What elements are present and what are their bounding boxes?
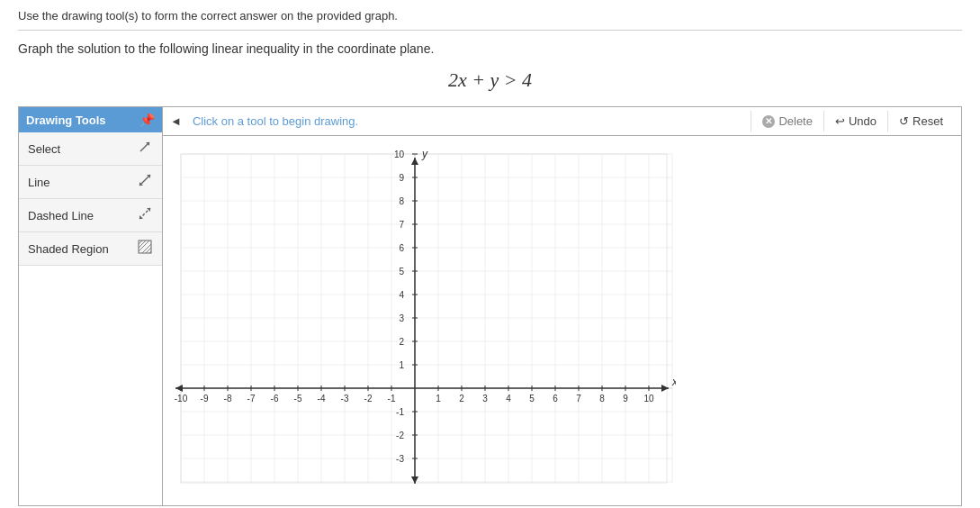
- svg-text:1: 1: [399, 360, 404, 370]
- coordinate-grid: -10 -9 -8 -7 -6 -5 -4 -3 -2 -1 1 2 3 4 5: [172, 145, 676, 496]
- svg-text:2: 2: [399, 337, 404, 347]
- svg-text:9: 9: [399, 173, 404, 183]
- main-area: Drawing Tools 📌 Select Line: [18, 106, 962, 506]
- graph-toolbar: ◄ Click on a tool to begin drawing. ✕ De…: [163, 107, 961, 136]
- shaded-region-icon: [137, 239, 153, 259]
- drawing-tools-header: Drawing Tools 📌: [19, 107, 162, 132]
- svg-text:4: 4: [506, 394, 511, 404]
- page-wrapper: Use the drawing tool(s) to form the corr…: [0, 0, 980, 508]
- reset-label: Reset: [913, 114, 943, 128]
- svg-text:5: 5: [529, 394, 535, 404]
- toolbar-hint: Click on a tool to begin drawing.: [189, 114, 751, 128]
- graph-container: ◄ Click on a tool to begin drawing. ✕ De…: [162, 106, 962, 506]
- instruction-text: Use the drawing tool(s) to form the corr…: [18, 9, 962, 31]
- graph-area[interactable]: -10 -9 -8 -7 -6 -5 -4 -3 -2 -1 1 2 3 4 5: [163, 136, 961, 505]
- svg-text:6: 6: [399, 243, 404, 253]
- undo-label: Undo: [849, 114, 877, 128]
- delete-label: Delete: [778, 114, 813, 128]
- svg-marker-7: [139, 215, 143, 219]
- shaded-region-label: Shaded Region: [28, 242, 109, 256]
- svg-rect-15: [181, 154, 667, 483]
- delete-button[interactable]: ✕ Delete: [751, 111, 823, 132]
- drawing-tools-title: Drawing Tools: [26, 113, 106, 127]
- svg-text:-3: -3: [341, 394, 349, 404]
- svg-text:5: 5: [399, 267, 404, 277]
- svg-line-9: [139, 240, 142, 244]
- drawing-tools-panel: Drawing Tools 📌 Select Line: [18, 106, 162, 506]
- svg-text:-10: -10: [175, 394, 188, 404]
- svg-text:-6: -6: [271, 394, 279, 404]
- svg-text:10: 10: [643, 394, 654, 404]
- svg-text:-1: -1: [396, 407, 404, 417]
- undo-button[interactable]: ↩ Undo: [823, 111, 887, 132]
- delete-icon: ✕: [762, 115, 775, 128]
- svg-text:-2: -2: [364, 394, 373, 404]
- svg-text:x: x: [671, 376, 676, 388]
- svg-text:1: 1: [436, 394, 441, 404]
- svg-text:3: 3: [482, 394, 488, 404]
- tool-dashed-line[interactable]: Dashed Line: [19, 199, 162, 232]
- svg-text:4: 4: [399, 290, 404, 300]
- svg-text:-4: -4: [318, 394, 326, 404]
- svg-text:-1: -1: [388, 394, 396, 404]
- pin-icon: 📌: [139, 113, 155, 127]
- svg-line-10: [139, 240, 146, 248]
- tool-select[interactable]: Select: [19, 132, 162, 166]
- svg-text:-8: -8: [224, 394, 232, 404]
- svg-text:8: 8: [399, 196, 404, 206]
- svg-text:-9: -9: [201, 394, 209, 404]
- svg-text:-7: -7: [247, 394, 256, 404]
- svg-text:2: 2: [459, 394, 464, 404]
- line-label: Line: [28, 176, 50, 189]
- svg-text:6: 6: [553, 394, 558, 404]
- svg-text:-3: -3: [396, 454, 404, 464]
- dashed-line-label: Dashed Line: [28, 209, 94, 222]
- tool-shaded-region[interactable]: Shaded Region: [19, 232, 162, 266]
- svg-marker-55: [175, 385, 183, 392]
- svg-text:9: 9: [623, 394, 628, 404]
- svg-text:10: 10: [394, 150, 405, 159]
- svg-text:-5: -5: [294, 394, 302, 404]
- svg-text:7: 7: [576, 394, 581, 404]
- reset-button[interactable]: ↺ Reset: [887, 111, 954, 132]
- svg-text:y: y: [421, 148, 428, 160]
- svg-text:3: 3: [399, 313, 404, 323]
- svg-text:7: 7: [399, 220, 404, 230]
- line-icon: [137, 172, 153, 192]
- select-label: Select: [28, 142, 60, 156]
- collapse-button[interactable]: ◄: [170, 114, 182, 128]
- dashed-line-icon: [137, 205, 153, 225]
- tool-line[interactable]: Line: [19, 166, 162, 199]
- svg-text:8: 8: [599, 394, 605, 404]
- reset-icon: ↺: [899, 114, 909, 128]
- undo-icon: ↩: [835, 114, 845, 128]
- problem-statement: Graph the solution to the following line…: [18, 41, 962, 56]
- select-icon: [137, 139, 153, 159]
- svg-text:-2: -2: [396, 431, 404, 440]
- equation-display: 2x + y > 4: [18, 68, 962, 92]
